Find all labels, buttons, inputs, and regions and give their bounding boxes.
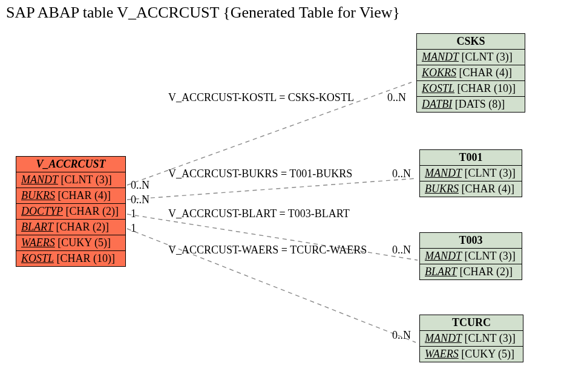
- cardinality-left-r3: 1: [131, 207, 136, 220]
- entity-field: DATBI [DATS (8)]: [417, 97, 525, 112]
- entity-header: V_ACCRCUST: [16, 157, 125, 172]
- cardinality-left-r4: 1: [131, 222, 136, 235]
- entity-field: BUKRS [CHAR (4)]: [420, 181, 522, 197]
- entity-field: BUKRS [CHAR (4)]: [16, 188, 125, 204]
- entity-field: BLART [CHAR (2)]: [16, 220, 125, 235]
- entity-field: DOCTYP [CHAR (2)]: [16, 204, 125, 220]
- entity-field: KOSTL [CHAR (10)]: [16, 251, 125, 266]
- entity-field: KOSTL [CHAR (10)]: [417, 81, 525, 97]
- relation-label-blart: V_ACCRCUST-BLART = T003-BLART: [168, 207, 350, 220]
- cardinality-right-r2: 0..N: [392, 168, 411, 180]
- entity-v-accrcust: V_ACCRCUST MANDT [CLNT (3)] BUKRS [CHAR …: [16, 156, 126, 267]
- cardinality-right-r1: 0..N: [387, 91, 406, 104]
- entity-header: T003: [420, 233, 522, 249]
- page-title: SAP ABAP table V_ACCRCUST {Generated Tab…: [6, 4, 400, 22]
- entity-tcurc: TCURC MANDT [CLNT (3)] WAERS [CUKY (5)]: [419, 315, 523, 362]
- entity-field: WAERS [CUKY (5)]: [420, 347, 523, 362]
- cardinality-right-r3: 0..N: [392, 244, 411, 256]
- entity-field: WAERS [CUKY (5)]: [16, 235, 125, 251]
- relation-label-bukrs: V_ACCRCUST-BUKRS = T001-BUKRS: [168, 168, 352, 180]
- relation-label-kostl: V_ACCRCUST-KOSTL = CSKS-KOSTL: [168, 91, 354, 104]
- entity-field: MANDT [CLNT (3)]: [420, 166, 522, 181]
- entity-field: BLART [CHAR (2)]: [420, 264, 522, 279]
- cardinality-left-r1: 0..N: [131, 179, 149, 192]
- entity-csks: CSKS MANDT [CLNT (3)] KOKRS [CHAR (4)] K…: [416, 33, 525, 113]
- relation-label-waers: V_ACCRCUST-WAERS = TCURC-WAERS: [168, 244, 367, 256]
- entity-field: MANDT [CLNT (3)]: [420, 249, 522, 264]
- entity-field: MANDT [CLNT (3)]: [16, 172, 125, 188]
- svg-line-1: [127, 178, 416, 200]
- cardinality-right-r4: 0..N: [392, 329, 411, 342]
- cardinality-left-r2: 0..N: [131, 194, 149, 206]
- entity-field: MANDT [CLNT (3)]: [420, 331, 523, 347]
- entity-header: TCURC: [420, 315, 523, 331]
- entity-field: KOKRS [CHAR (4)]: [417, 65, 525, 81]
- entity-header: CSKS: [417, 34, 525, 50]
- entity-field: MANDT [CLNT (3)]: [417, 50, 525, 65]
- entity-header: T001: [420, 150, 522, 166]
- entity-t001: T001 MANDT [CLNT (3)] BUKRS [CHAR (4)]: [419, 149, 522, 197]
- entity-t003: T003 MANDT [CLNT (3)] BLART [CHAR (2)]: [419, 232, 522, 280]
